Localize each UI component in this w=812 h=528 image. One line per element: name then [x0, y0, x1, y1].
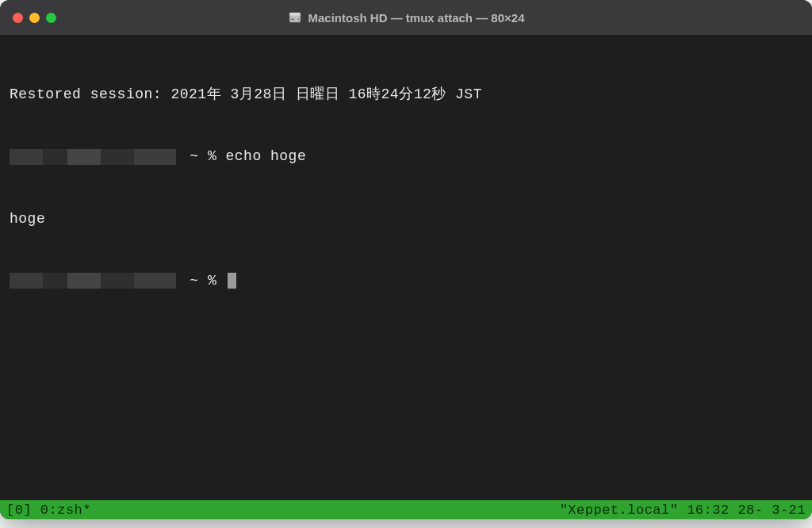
- cursor-icon: [228, 273, 236, 289]
- traffic-lights: [13, 13, 56, 23]
- prompt-1-text: ~ % echo hoge: [181, 146, 306, 166]
- svg-rect-2: [290, 19, 294, 21]
- window-title-group: Macintosh HD — tmux attach — 80×24: [288, 10, 525, 25]
- terminal-window: Macintosh HD — tmux attach — 80×24 Resto…: [0, 0, 812, 519]
- maximize-icon[interactable]: [46, 13, 56, 23]
- output-line-1: hoge: [10, 209, 802, 229]
- window-title: Macintosh HD — tmux attach — 80×24: [308, 11, 525, 25]
- titlebar: Macintosh HD — tmux attach — 80×24: [0, 0, 812, 35]
- output-1-text: hoge: [10, 209, 45, 229]
- disk-icon: [288, 10, 302, 25]
- close-icon[interactable]: [13, 13, 23, 23]
- terminal-body[interactable]: Restored session: 2021年 3月28日 日曜日 16時24分…: [0, 35, 812, 500]
- prompt-line-2: ~ %: [10, 270, 802, 291]
- redacted-hostname-2: [10, 273, 176, 289]
- restored-session-line: Restored session: 2021年 3月28日 日曜日 16時24分…: [10, 84, 802, 105]
- prompt-2-text: ~ %: [181, 270, 226, 291]
- svg-point-3: [297, 19, 299, 21]
- restored-session-text: Restored session: 2021年 3月28日 日曜日 16時24分…: [10, 84, 482, 105]
- status-left: [0] 0:zsh*: [6, 503, 91, 518]
- tmux-status-bar: [0] 0:zsh* "Xeppet.local" 16:32 28- 3-21: [0, 500, 812, 519]
- redacted-hostname-1: [10, 149, 176, 165]
- svg-rect-1: [289, 13, 301, 16]
- status-right: "Xeppet.local" 16:32 28- 3-21: [560, 503, 806, 518]
- minimize-icon[interactable]: [29, 13, 40, 23]
- prompt-line-1: ~ % echo hoge: [10, 146, 802, 166]
